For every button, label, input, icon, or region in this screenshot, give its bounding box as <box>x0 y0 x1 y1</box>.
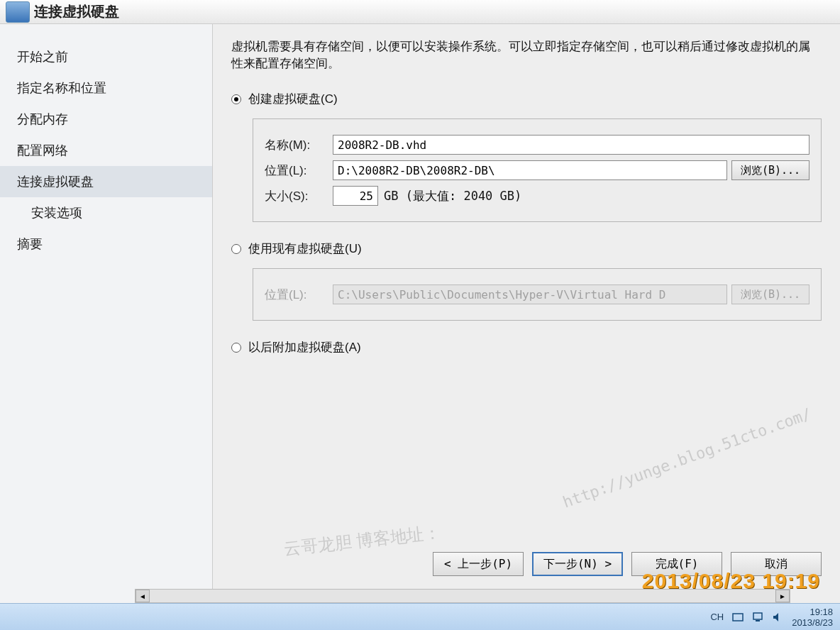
radio-create-vhd[interactable]: 创建虚拟硬盘(C) <box>231 91 822 107</box>
browse-location-button[interactable]: 浏览(B)... <box>731 160 809 180</box>
name-label: 名称(M): <box>265 137 333 153</box>
browse-existing-button: 浏览(B)... <box>731 284 809 304</box>
scroll-right-icon[interactable]: ► <box>775 590 790 602</box>
radio-later-label: 以后附加虚拟硬盘(A) <box>248 339 361 355</box>
radio-attach-later[interactable]: 以后附加虚拟硬盘(A) <box>231 339 822 355</box>
clock-time: 19:18 <box>792 607 833 617</box>
language-indicator[interactable]: CH <box>710 612 724 622</box>
system-tray: CH 19:18 2013/8/23 <box>710 607 833 628</box>
taskbar: CH 19:18 2013/8/23 <box>0 603 840 630</box>
svg-rect-2 <box>756 620 760 621</box>
sidebar-item-install-options[interactable]: 安装选项 <box>0 197 212 228</box>
radio-later-icon <box>231 343 241 353</box>
existing-location-label: 位置(L): <box>265 287 333 303</box>
sidebar-item-connect-vhd[interactable]: 连接虚拟硬盘 <box>0 166 212 197</box>
next-button[interactable]: 下一步(N) > <box>532 552 623 576</box>
size-suffix-text: GB (最大值: 2040 GB) <box>384 188 521 204</box>
create-vhd-group: 名称(M): 位置(L): 浏览(B)... 大小(S): GB (最大值: 2… <box>253 118 822 222</box>
existing-location-input <box>333 284 727 304</box>
horizontal-scrollbar[interactable]: ◄ ► <box>135 589 790 603</box>
svg-marker-3 <box>773 613 778 621</box>
svg-rect-0 <box>733 614 743 621</box>
previous-button[interactable]: < 上一步(P) <box>433 552 524 576</box>
radio-existing-vhd[interactable]: 使用现有虚拟硬盘(U) <box>231 241 822 257</box>
radio-create-icon <box>231 94 241 104</box>
action-center-icon[interactable] <box>732 612 744 623</box>
location-row: 位置(L): 浏览(B)... <box>265 160 809 180</box>
network-icon[interactable] <box>752 612 763 623</box>
sidebar-item-name-location[interactable]: 指定名称和位置 <box>0 72 212 104</box>
button-bar: < 上一步(P) 下一步(N) > 完成(F) 取消 <box>433 552 822 576</box>
titlebar: 连接虚拟硬盘 <box>0 0 840 24</box>
sidebar-item-summary[interactable]: 摘要 <box>0 228 212 260</box>
clock[interactable]: 19:18 2013/8/23 <box>792 607 833 628</box>
wizard-window: 连接虚拟硬盘 开始之前 指定名称和位置 分配内存 配置网络 连接虚拟硬盘 安装选… <box>0 0 840 603</box>
wizard-icon <box>6 1 30 23</box>
finish-button[interactable]: 完成(F) <box>631 552 722 576</box>
svg-rect-1 <box>753 613 762 619</box>
name-input[interactable] <box>333 135 809 155</box>
size-input[interactable] <box>333 186 378 206</box>
description-text: 虚拟机需要具有存储空间，以便可以安装操作系统。可以立即指定存储空间，也可以稍后通… <box>231 38 822 72</box>
size-row: 大小(S): GB (最大值: 2040 GB) <box>265 186 809 206</box>
name-row: 名称(M): <box>265 135 809 155</box>
cancel-button[interactable]: 取消 <box>731 552 822 576</box>
sidebar-item-before-begin[interactable]: 开始之前 <box>0 41 212 72</box>
clock-date: 2013/8/23 <box>792 617 833 628</box>
existing-location-row: 位置(L): 浏览(B)... <box>265 284 809 304</box>
size-label: 大小(S): <box>265 188 333 204</box>
location-label: 位置(L): <box>265 162 333 179</box>
main-panel: 虚拟机需要具有存储空间，以便可以安装操作系统。可以立即指定存储空间，也可以稍后通… <box>213 24 840 603</box>
radio-existing-label: 使用现有虚拟硬盘(U) <box>248 241 362 257</box>
scroll-left-icon[interactable]: ◄ <box>136 590 150 602</box>
radio-create-label: 创建虚拟硬盘(C) <box>248 91 338 107</box>
wizard-body: 开始之前 指定名称和位置 分配内存 配置网络 连接虚拟硬盘 安装选项 摘要 虚拟… <box>0 24 840 603</box>
radio-existing-icon <box>231 244 241 254</box>
sidebar: 开始之前 指定名称和位置 分配内存 配置网络 连接虚拟硬盘 安装选项 摘要 <box>0 24 213 603</box>
existing-vhd-group: 位置(L): 浏览(B)... <box>253 268 822 321</box>
location-input[interactable] <box>333 160 727 180</box>
window-title: 连接虚拟硬盘 <box>34 2 119 21</box>
sidebar-item-network[interactable]: 配置网络 <box>0 135 212 166</box>
volume-icon[interactable] <box>772 612 783 623</box>
sidebar-item-memory[interactable]: 分配内存 <box>0 104 212 135</box>
